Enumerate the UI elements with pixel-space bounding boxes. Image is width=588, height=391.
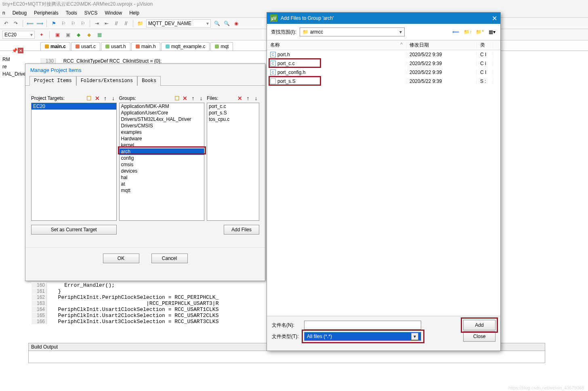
view-menu-icon[interactable]: ▦▾ <box>487 28 496 36</box>
dialog-titlebar: µV Add Files to Group 'arch' ✕ <box>267 13 500 24</box>
box1-icon[interactable]: ▣ <box>54 31 61 38</box>
groups-list[interactable]: Application/MDK-ARMApplication/User/Core… <box>119 103 205 221</box>
back-icon[interactable]: ⟸ <box>26 20 34 27</box>
back-icon[interactable]: ⟸ <box>451 28 460 36</box>
tree-item[interactable]: RM <box>0 56 28 63</box>
menu-item-window[interactable]: Window <box>105 10 122 16</box>
menu-item[interactable]: n <box>2 10 5 16</box>
menu-item-peripherals[interactable]: Peripherals <box>34 10 59 16</box>
menu-item-svcs[interactable]: SVCS <box>84 10 98 16</box>
filename-input[interactable] <box>304 321 421 330</box>
list-item[interactable]: devices <box>120 168 204 174</box>
tab-usart-h[interactable]: usart.h <box>101 42 130 51</box>
tree-item[interactable]: HAL_Drive <box>0 70 28 78</box>
list-item[interactable]: port_s.S <box>207 110 259 116</box>
new-icon[interactable]: ☐ <box>86 95 92 101</box>
undo-icon[interactable]: ↶ <box>2 20 10 27</box>
files-list[interactable]: port_c.cport_s.Stos_cpu.c <box>207 103 259 221</box>
list-item[interactable]: hal <box>120 174 204 181</box>
set-current-target-button[interactable]: Set as Current Target <box>31 225 117 235</box>
uncomment-icon[interactable]: // <box>122 20 130 27</box>
down-icon[interactable]: ↓ <box>110 95 117 101</box>
list-item[interactable]: arch <box>120 148 204 155</box>
list-item[interactable]: port_c.c <box>207 103 259 110</box>
folder-icon[interactable]: 📁 <box>136 20 144 27</box>
options-icon[interactable]: ✦ <box>38 31 45 38</box>
new-folder-icon[interactable]: 📁* <box>475 28 484 36</box>
outdent-icon[interactable]: ⇤ <box>103 20 110 27</box>
box2-icon[interactable]: ▣ <box>64 31 71 38</box>
find-icon[interactable]: 🔍 <box>213 20 220 27</box>
list-item[interactable]: examples <box>120 129 204 135</box>
bookmark4-icon[interactable]: ⚐ <box>79 20 86 27</box>
redo-icon[interactable]: ↷ <box>12 20 19 27</box>
list-item[interactable]: Drivers/CMSIS <box>120 123 204 129</box>
new-icon[interactable]: ☐ <box>174 95 180 101</box>
close-icon[interactable]: ✕ <box>18 48 23 53</box>
list-item[interactable]: cmsis <box>120 161 204 168</box>
list-item[interactable]: Drivers/STM32L4xx_HAL_Driver <box>120 116 204 123</box>
col-date[interactable]: 修改日期 <box>406 42 477 49</box>
up-icon[interactable]: ↑ <box>190 95 196 101</box>
menu-item-tools[interactable]: Tools <box>66 10 77 16</box>
tab-main-c[interactable]: main.c <box>40 42 70 51</box>
comment-icon[interactable]: // <box>113 20 120 27</box>
up-folder-icon[interactable]: 📁↑ <box>463 28 472 36</box>
tab-books[interactable]: Books <box>137 76 161 86</box>
find2-icon[interactable]: 🔍 <box>223 20 230 27</box>
chevron-down-icon[interactable]: ▾ <box>411 333 418 340</box>
file-row[interactable]: C port_c.c2020/5/22 9:39C i <box>267 59 500 68</box>
list-item[interactable]: Hardware <box>120 135 204 142</box>
debug-icon[interactable]: ◉ <box>233 20 240 27</box>
menu-item-debug[interactable]: Debug <box>13 10 27 16</box>
list-item[interactable]: config <box>120 155 204 161</box>
tab-main-h[interactable]: main.h <box>131 42 160 51</box>
list-item[interactable]: tos_cpu.c <box>207 116 259 123</box>
bookmark2-icon[interactable]: ⚐ <box>60 20 67 27</box>
filetype-select[interactable]: All files (*.*) ▾ <box>304 332 421 341</box>
up-icon[interactable]: ↑ <box>245 95 251 101</box>
up-icon[interactable]: ↑ <box>102 95 109 101</box>
list-item[interactable]: Application/MDK-ARM <box>120 103 204 110</box>
ok-button[interactable]: OK <box>103 254 139 263</box>
list-item[interactable]: at <box>120 181 204 187</box>
delete-icon[interactable]: ✕ <box>237 95 243 101</box>
file-row[interactable]: port_s.S2020/5/22 9:39S : <box>267 77 500 86</box>
tab-project-items[interactable]: Project Items <box>29 76 76 86</box>
file-list: 名称^ 修改日期 类 C port.h2020/5/22 9:39C IC po… <box>267 40 500 86</box>
delete-icon[interactable]: ✕ <box>94 95 101 101</box>
tab-mqt[interactable]: mqt <box>210 42 233 51</box>
forward-icon[interactable]: ⟹ <box>36 20 43 27</box>
down-icon[interactable]: ↓ <box>198 95 204 101</box>
target-combo[interactable]: EC20 ▾ <box>2 31 35 39</box>
manage2-icon[interactable]: ◆ <box>85 31 92 38</box>
pin-icon[interactable]: 📌 <box>11 48 18 55</box>
list-item[interactable]: mqtt <box>120 187 204 194</box>
close-button[interactable]: Close <box>463 331 496 342</box>
delete-icon[interactable]: ✕ <box>182 95 188 101</box>
tab-mqtt-example-c[interactable]: mqtt_example.c <box>161 42 210 51</box>
list-item[interactable]: Application/User/Core <box>120 110 204 116</box>
manage-icon[interactable]: ◆ <box>75 31 82 38</box>
folder-combo[interactable]: 📁 armcc ▾ <box>300 27 405 36</box>
config-icon[interactable]: ▦ <box>96 31 103 38</box>
tab-usart-c[interactable]: usart.c <box>71 42 100 51</box>
menu-item-help[interactable]: Help <box>129 10 139 16</box>
col-type[interactable]: 类 <box>477 42 493 49</box>
search-combo[interactable]: MQTT_DEV_NAME ▾ <box>146 19 211 27</box>
add-button[interactable]: Add <box>463 320 496 330</box>
bookmark-icon[interactable]: ⚑ <box>50 20 57 27</box>
file-row[interactable]: C port_config.h2020/5/22 9:39C I <box>267 68 500 77</box>
add-files-button[interactable]: Add Files <box>224 225 259 235</box>
file-row[interactable]: C port.h2020/5/22 9:39C I <box>267 50 500 59</box>
indent-icon[interactable]: ⇥ <box>93 20 101 27</box>
list-item[interactable]: kernel <box>120 142 204 148</box>
cancel-button[interactable]: Cancel <box>151 254 188 263</box>
tree-item[interactable]: re <box>0 63 28 70</box>
col-name[interactable]: 名称^ <box>267 42 406 49</box>
tab-folders-extensions[interactable]: Folders/Extensions <box>76 76 138 86</box>
bookmark3-icon[interactable]: ⚐ <box>69 20 77 27</box>
targets-list[interactable]: EC20 <box>31 103 117 221</box>
down-icon[interactable]: ↓ <box>253 95 259 101</box>
close-icon[interactable]: ✕ <box>492 15 497 22</box>
